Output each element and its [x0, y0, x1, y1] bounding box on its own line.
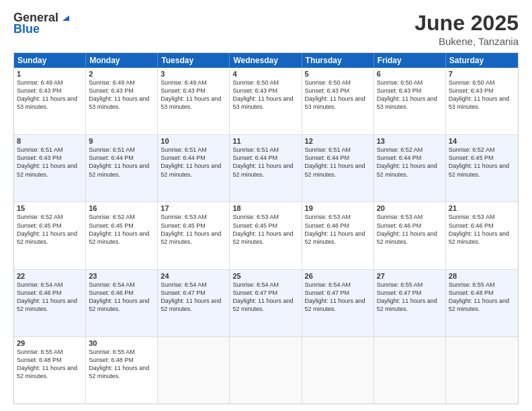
day-number: 26	[305, 272, 371, 280]
day-number: 30	[89, 339, 154, 347]
day-info: Sunrise: 6:51 AM Sunset: 6:44 PM Dayligh…	[161, 146, 226, 179]
title-area: June 2025 Bukene, Tanzania	[414, 11, 519, 47]
day-info: Sunrise: 6:53 AM Sunset: 6:46 PM Dayligh…	[305, 213, 371, 246]
calendar-cell: 28Sunrise: 6:55 AM Sunset: 6:48 PM Dayli…	[446, 270, 518, 336]
calendar-row: 1Sunrise: 6:49 AM Sunset: 6:43 PM Daylig…	[14, 68, 518, 135]
calendar-cell: 8Sunrise: 6:51 AM Sunset: 6:43 PM Daylig…	[14, 135, 86, 201]
calendar-cell: 21Sunrise: 6:53 AM Sunset: 6:46 PM Dayli…	[446, 202, 518, 269]
calendar-header: Sunday Monday Tuesday Wednesday Thursday…	[14, 53, 518, 68]
logo-blue-text: Blue	[13, 22, 40, 36]
calendar-page: General Blue June 2025 Bukene, Tanzania …	[0, 0, 532, 411]
day-number: 13	[377, 137, 443, 145]
day-info: Sunrise: 6:53 AM Sunset: 6:46 PM Dayligh…	[377, 213, 443, 246]
calendar-cell: 16Sunrise: 6:52 AM Sunset: 6:45 PM Dayli…	[86, 202, 158, 269]
day-number: 14	[449, 137, 515, 145]
calendar-cell: 20Sunrise: 6:53 AM Sunset: 6:46 PM Dayli…	[374, 202, 446, 269]
calendar-cell: 27Sunrise: 6:55 AM Sunset: 6:47 PM Dayli…	[374, 270, 446, 336]
day-number: 9	[89, 137, 154, 145]
header-monday: Monday	[86, 53, 158, 68]
calendar-cell: 1Sunrise: 6:49 AM Sunset: 6:43 PM Daylig…	[14, 68, 86, 134]
calendar-cell: 19Sunrise: 6:53 AM Sunset: 6:46 PM Dayli…	[302, 202, 374, 269]
calendar-cell: 17Sunrise: 6:53 AM Sunset: 6:45 PM Dayli…	[158, 202, 230, 269]
calendar-cell	[158, 337, 230, 404]
calendar-cell: 4Sunrise: 6:50 AM Sunset: 6:43 PM Daylig…	[230, 68, 302, 134]
day-number: 4	[232, 70, 298, 78]
day-number: 17	[161, 204, 226, 212]
day-number: 16	[89, 204, 154, 212]
day-info: Sunrise: 6:49 AM Sunset: 6:43 PM Dayligh…	[161, 79, 226, 111]
day-info: Sunrise: 6:50 AM Sunset: 6:43 PM Dayligh…	[377, 79, 443, 111]
day-number: 10	[161, 137, 226, 145]
calendar-cell	[374, 337, 446, 404]
day-number: 15	[17, 204, 83, 212]
day-info: Sunrise: 6:50 AM Sunset: 6:43 PM Dayligh…	[305, 79, 371, 111]
calendar-cell: 2Sunrise: 6:49 AM Sunset: 6:43 PM Daylig…	[86, 68, 158, 134]
day-info: Sunrise: 6:52 AM Sunset: 6:45 PM Dayligh…	[89, 213, 154, 246]
calendar-location: Bukene, Tanzania	[414, 36, 519, 47]
calendar-cell: 10Sunrise: 6:51 AM Sunset: 6:44 PM Dayli…	[158, 135, 230, 201]
day-number: 6	[377, 70, 443, 78]
day-number: 27	[377, 272, 443, 280]
calendar-cell: 12Sunrise: 6:51 AM Sunset: 6:44 PM Dayli…	[302, 135, 374, 201]
day-info: Sunrise: 6:55 AM Sunset: 6:48 PM Dayligh…	[89, 348, 154, 381]
calendar-cell	[230, 337, 302, 404]
calendar-cell	[446, 337, 518, 404]
calendar-row: 8Sunrise: 6:51 AM Sunset: 6:43 PM Daylig…	[14, 135, 518, 202]
calendar-cell: 9Sunrise: 6:51 AM Sunset: 6:44 PM Daylig…	[86, 135, 158, 201]
calendar-cell: 29Sunrise: 6:55 AM Sunset: 6:48 PM Dayli…	[14, 337, 86, 404]
calendar-cell: 11Sunrise: 6:51 AM Sunset: 6:44 PM Dayli…	[230, 135, 302, 201]
day-info: Sunrise: 6:52 AM Sunset: 6:44 PM Dayligh…	[377, 146, 443, 179]
day-number: 2	[89, 70, 154, 78]
calendar-row: 15Sunrise: 6:52 AM Sunset: 6:45 PM Dayli…	[14, 202, 518, 269]
day-info: Sunrise: 6:52 AM Sunset: 6:45 PM Dayligh…	[17, 213, 83, 246]
day-number: 22	[17, 272, 83, 280]
day-number: 7	[449, 70, 515, 78]
day-number: 23	[89, 272, 154, 280]
day-info: Sunrise: 6:52 AM Sunset: 6:45 PM Dayligh…	[449, 146, 515, 179]
day-number: 20	[377, 204, 443, 212]
day-number: 25	[232, 272, 298, 280]
day-number: 19	[305, 204, 371, 212]
day-info: Sunrise: 6:55 AM Sunset: 6:48 PM Dayligh…	[17, 348, 83, 381]
calendar-cell: 22Sunrise: 6:54 AM Sunset: 6:46 PM Dayli…	[14, 270, 86, 336]
day-info: Sunrise: 6:54 AM Sunset: 6:46 PM Dayligh…	[89, 281, 154, 314]
calendar-cell: 25Sunrise: 6:54 AM Sunset: 6:47 PM Dayli…	[230, 270, 302, 336]
calendar-cell	[302, 337, 374, 404]
calendar-cell: 14Sunrise: 6:52 AM Sunset: 6:45 PM Dayli…	[446, 135, 518, 201]
day-number: 29	[17, 339, 83, 347]
day-info: Sunrise: 6:54 AM Sunset: 6:47 PM Dayligh…	[232, 281, 298, 314]
header-sunday: Sunday	[14, 53, 86, 68]
header-saturday: Saturday	[446, 53, 518, 68]
calendar-cell: 18Sunrise: 6:53 AM Sunset: 6:45 PM Dayli…	[230, 202, 302, 269]
day-info: Sunrise: 6:50 AM Sunset: 6:43 PM Dayligh…	[449, 79, 515, 111]
calendar-row: 29Sunrise: 6:55 AM Sunset: 6:48 PM Dayli…	[14, 337, 518, 404]
day-info: Sunrise: 6:53 AM Sunset: 6:46 PM Dayligh…	[449, 213, 515, 246]
calendar-cell: 13Sunrise: 6:52 AM Sunset: 6:44 PM Dayli…	[374, 135, 446, 201]
calendar-cell: 3Sunrise: 6:49 AM Sunset: 6:43 PM Daylig…	[158, 68, 230, 134]
day-info: Sunrise: 6:49 AM Sunset: 6:43 PM Dayligh…	[17, 79, 83, 111]
day-info: Sunrise: 6:55 AM Sunset: 6:47 PM Dayligh…	[377, 281, 443, 314]
calendar-row: 22Sunrise: 6:54 AM Sunset: 6:46 PM Dayli…	[14, 270, 518, 337]
day-info: Sunrise: 6:51 AM Sunset: 6:43 PM Dayligh…	[17, 146, 83, 179]
day-number: 24	[161, 272, 226, 280]
header-friday: Friday	[374, 53, 446, 68]
calendar-cell: 26Sunrise: 6:54 AM Sunset: 6:47 PM Dayli…	[302, 270, 374, 336]
day-info: Sunrise: 6:51 AM Sunset: 6:44 PM Dayligh…	[89, 146, 154, 179]
day-info: Sunrise: 6:51 AM Sunset: 6:44 PM Dayligh…	[305, 146, 371, 179]
calendar-cell: 5Sunrise: 6:50 AM Sunset: 6:43 PM Daylig…	[302, 68, 374, 134]
day-number: 21	[449, 204, 515, 212]
header: General Blue June 2025 Bukene, Tanzania	[13, 11, 519, 47]
day-info: Sunrise: 6:50 AM Sunset: 6:43 PM Dayligh…	[232, 79, 298, 111]
day-info: Sunrise: 6:53 AM Sunset: 6:45 PM Dayligh…	[161, 213, 226, 246]
day-number: 28	[449, 272, 515, 280]
day-number: 8	[17, 137, 83, 145]
day-number: 11	[232, 137, 298, 145]
day-number: 1	[17, 70, 83, 78]
logo: General Blue	[13, 11, 71, 36]
calendar: Sunday Monday Tuesday Wednesday Thursday…	[13, 52, 519, 404]
header-tuesday: Tuesday	[158, 53, 230, 68]
day-info: Sunrise: 6:54 AM Sunset: 6:47 PM Dayligh…	[305, 281, 371, 314]
calendar-cell: 23Sunrise: 6:54 AM Sunset: 6:46 PM Dayli…	[86, 270, 158, 336]
day-info: Sunrise: 6:51 AM Sunset: 6:44 PM Dayligh…	[232, 146, 298, 179]
day-info: Sunrise: 6:55 AM Sunset: 6:48 PM Dayligh…	[449, 281, 515, 314]
